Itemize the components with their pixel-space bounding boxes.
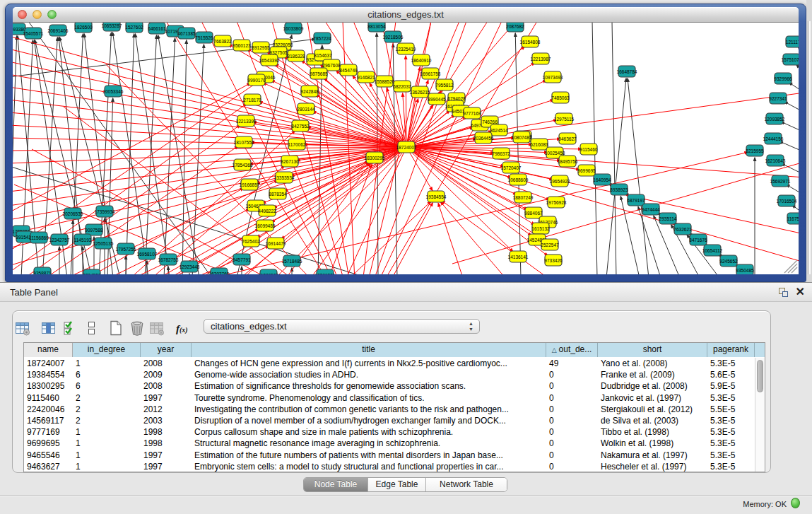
graph-node[interactable]: 9358871 [33,267,52,274]
graph-node[interactable]: 2718170 [243,94,261,105]
graph-node[interactable]: 18640910 [411,54,432,66]
table-cell[interactable]: Genome-wide association studies in ADHD. [192,369,546,380]
graph-node[interactable]: 6879197 [627,194,645,206]
table-cell[interactable]: Franke et al. (2009) [598,369,707,380]
table-cell[interactable]: 6 [73,369,141,380]
graph-node[interactable]: 17016504 [777,195,797,206]
table-cell[interactable]: 1 [73,426,141,438]
graph-node[interactable]: 12342757 [49,234,70,245]
graph-node[interactable]: 6216083 [530,139,548,150]
table-cell[interactable]: Tibbo et al. (1998) [598,426,707,438]
table-cell[interactable]: 0 [546,380,598,392]
table-cell[interactable]: 1 [73,358,141,369]
graph-node[interactable]: 7663822 [213,35,232,47]
table-row[interactable]: 1456911722003Disruption of a novel membe… [24,415,755,426]
table-cell[interactable]: 49 [546,358,598,369]
close-panel-button[interactable]: ✕ [796,285,805,298]
table-row[interactable]: 2242004622012Investigating the contribut… [24,404,755,415]
graph-node[interactable]: 16203760 [209,268,230,274]
table-cell[interactable]: 1998 [141,438,192,449]
table-column-icon[interactable] [41,320,58,337]
table-cell[interactable]: 9463627 [24,461,73,472]
graph-node[interactable]: 8454749 [339,64,358,76]
graph-node[interactable]: 9245652 [719,255,738,267]
vertical-scrollbar[interactable] [755,358,765,472]
graph-node[interactable]: 10654112 [702,245,723,256]
graph-node[interactable]: 15718485 [282,255,302,267]
table-cell[interactable]: 0 [546,426,598,438]
graph-node[interactable]: 18807249 [513,192,534,203]
row-height-icon[interactable] [84,320,101,337]
table-cell[interactable]: 2 [73,415,141,426]
graph-node[interactable]: 9990170 [247,74,266,86]
graph-node[interactable]: 8912955 [252,42,270,53]
table-cell[interactable]: 18300295 [24,380,73,392]
table-cell[interactable]: 2009 [141,369,192,380]
table-cell[interactable]: 2 [73,392,141,404]
graph-node[interactable]: 8427552 [291,120,310,132]
table-cell[interactable]: Investigating the contribution of common… [192,404,546,415]
graph-node[interactable]: 10653287 [102,23,122,31]
graph-node[interactable]: 16543392 [259,54,280,66]
table-settings-icon[interactable] [15,320,32,337]
table-cell[interactable]: 18724007 [24,358,73,369]
table-cell[interactable]: 1 [73,461,141,472]
graph-node[interactable]: 6822037 [393,81,411,92]
table-cell[interactable]: 19384554 [24,369,73,380]
table-cell[interactable]: 0 [546,438,598,449]
close-window-button[interactable] [18,10,27,19]
graph-node[interactable]: 16961758 [420,68,441,79]
table-cell[interactable]: 5.6E-5 [707,369,755,380]
table-row[interactable]: 911546021997Tourette syndrome. Phenomeno… [24,392,755,404]
table-cell[interactable]: 2 [73,404,141,415]
new-table-icon[interactable] [108,320,125,337]
graph-node[interactable]: 9733426 [544,255,563,266]
graph-node[interactable]: 6466161 [148,23,166,34]
table-cell[interactable]: 1 [73,450,141,461]
graph-node[interactable]: 15588520 [375,76,395,87]
table-row[interactable]: 977716911998Corpus callosum shape and si… [24,426,755,438]
graph-node[interactable]: 15692971 [770,175,791,187]
graph-node[interactable]: 10807487 [512,132,532,143]
table-cell[interactable]: Disruption of a novel member of a sodium… [192,415,546,426]
table-cell[interactable]: 2008 [141,358,192,369]
graph-node[interactable]: 20206535 [63,208,83,219]
tab-network-table[interactable]: Network Table [426,478,507,491]
column-header-in-degree[interactable]: in_degree [73,343,141,357]
table-cell[interactable]: Stergiakouli et al. (2012) [598,404,707,415]
graph-node[interactable]: 4671385 [177,28,196,39]
graph-node[interactable]: 8204551 [83,269,101,274]
graph-node[interactable]: 7955812 [435,79,454,90]
graph-node[interactable]: 18107552 [234,136,254,148]
table-cell[interactable]: 0 [546,404,598,415]
graph-node[interactable]: 4498222 [258,205,276,216]
graph-node[interactable]: 16648784 [617,66,637,77]
graph-node[interactable]: 9115460 [580,144,598,155]
graph-node[interactable]: 20691406 [48,25,69,36]
graph-node[interactable]: 7625402 [242,235,260,247]
table-cell[interactable]: Structural magnetic resonance image aver… [192,438,546,449]
table-cell[interactable]: 0 [546,369,598,380]
graph-node[interactable]: 18495756 [558,156,578,167]
column-header-pagerank[interactable]: pagerank [707,343,755,357]
table-cell[interactable]: 0 [546,415,598,426]
graph-node[interactable]: 10391321 [315,269,336,274]
table-cell[interactable]: Estimation of significance thresholds fo… [192,380,546,392]
graph-node[interactable]: 19384554 [426,191,447,202]
table-cell[interactable]: 0 [546,392,598,404]
graph-node[interactable]: 7857224 [313,33,331,44]
table-cell[interactable]: Jankovic et al. (1997) [598,392,707,404]
table-cell[interactable]: 5.3E-5 [707,426,755,438]
graph-node[interactable]: 2087682 [506,23,524,32]
graph-node[interactable]: 19218506 [383,31,404,42]
network-canvas[interactable]: 1693380154055712069140618265001065328715… [13,23,799,274]
table-cell[interactable]: 2008 [141,380,192,392]
graph-node[interactable]: 19654923 [550,175,570,187]
graph-node[interactable]: 9560123 [233,40,251,51]
graph-node[interactable]: 16154808 [520,36,541,47]
graph-node[interactable]: 12093852 [765,113,785,124]
graph-node[interactable]: 1615132 [531,223,550,234]
table-cell[interactable]: Nakamura et al. (1997) [598,450,707,461]
table-cell[interactable]: 1997 [141,450,192,461]
graph-node[interactable]: 9146821 [357,71,375,83]
